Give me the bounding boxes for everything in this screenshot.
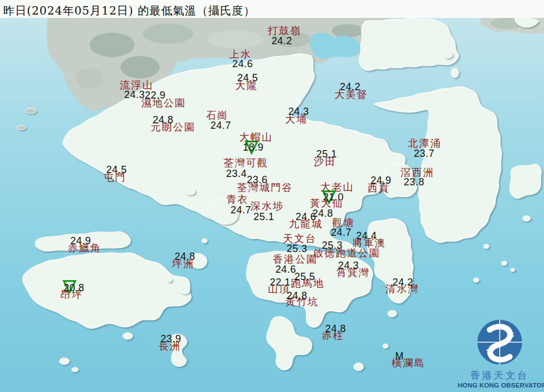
station-value: 25.5 — [294, 272, 315, 282]
station-value: 24.4 — [356, 231, 376, 241]
station-value: 25.3 — [322, 240, 342, 250]
hko-logo: 香港天文台 HONG KONG OBSERVATORY — [458, 319, 542, 389]
station-value: 25.3 — [286, 244, 307, 254]
hko-logo-english: HONG KONG OBSERVATORY — [458, 382, 542, 389]
min-temperature-map: 昨日(2024年05月12日) 的最低氣溫（攝氏度） 打鼓嶺24.2上水24.6… — [0, 0, 544, 392]
station-value: 23.9 — [160, 334, 181, 344]
hko-logo-chinese: 香港天文台 — [458, 369, 542, 382]
station-value: 24.9 — [370, 175, 391, 185]
station-value: 22.1 — [269, 277, 290, 287]
station-value: 24.6 — [295, 212, 316, 222]
station-value: 23.6 — [247, 175, 267, 185]
station-name: 香港公園 — [273, 254, 318, 264]
station-value: 24.9 — [70, 236, 91, 246]
hko-logo-icon — [473, 319, 527, 367]
station-value: 24.5 — [237, 73, 258, 83]
station-value: 24.8 — [325, 324, 346, 334]
station-value: 24.3 — [338, 260, 359, 270]
station-name: 荃灣可觀 — [224, 158, 268, 168]
station-name: 黃大仙 — [310, 198, 343, 208]
station-name: 石崗 — [206, 110, 229, 120]
station-value: 22.9 — [145, 90, 165, 100]
station-value: 23.8 — [403, 177, 424, 187]
station-value: 24.6 — [232, 59, 253, 69]
station-value: 24.7 — [331, 227, 351, 237]
station-value: 24.5 — [106, 165, 127, 175]
station-value: 24.3 — [288, 106, 309, 116]
station-name: 北潭涌 — [408, 138, 441, 148]
station-value: 24.6 — [275, 264, 296, 274]
station-name: 青衣 — [226, 194, 249, 204]
station-value: 23.4 — [226, 169, 247, 179]
station-name: 打鼓嶺 — [268, 26, 301, 36]
station-value: 24.8 — [152, 115, 173, 125]
station-value: 24.2 — [392, 277, 413, 287]
station-value: 25.1 — [316, 149, 337, 159]
station-value: 18.9 — [243, 142, 263, 152]
station-value: 23.7 — [413, 148, 434, 158]
station-value: 24.7 — [210, 120, 231, 130]
station-value: 24.2 — [340, 82, 360, 92]
station-name: 大帽山 — [239, 132, 273, 142]
station-value: 24.8 — [174, 251, 195, 262]
station-value: 24.2 — [271, 36, 292, 46]
station-value: M — [395, 351, 404, 361]
map-title: 昨日(2024年05月12日) 的最低氣溫（攝氏度） — [3, 3, 255, 18]
station-value: 24.8 — [286, 291, 307, 301]
station-value: 20.8 — [63, 283, 84, 293]
station-name: 大老山 — [320, 182, 354, 192]
station-name: 深水埗 — [250, 201, 284, 211]
station-value: 24.7 — [230, 205, 251, 215]
station-value: 25.1 — [253, 212, 274, 222]
station-name: 天文台 — [283, 234, 317, 244]
